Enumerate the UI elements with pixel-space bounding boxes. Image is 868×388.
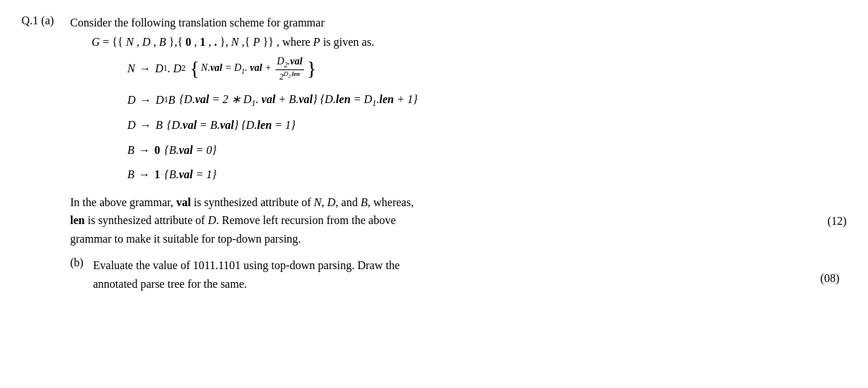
part-b-label: (b) [70,256,93,269]
big-brace-open: { [190,59,199,79]
part-a-row: Q.1 (a) Consider the following translati… [21,14,847,251]
brace-close3: ,{ [242,36,250,48]
prod-d1: D → D1 B {D.val = 2 ∗ D1. val + B.val} {… [127,89,827,112]
b1-action: {B.val = 1} [165,164,217,185]
arrow3: → [140,115,152,136]
d-lhs1: D [127,89,136,111]
is-given: is given as. [323,36,374,48]
prod-n-lhs: N [127,58,135,79]
d1b-rhs: D [156,89,165,111]
ndesc-d2: D [208,214,216,226]
grammar-def-line: G = {{ N , D , B },{ 0 , 1 , . }, [92,36,827,49]
p-sym: P [253,36,260,48]
part-b-para: Evaluate the value of 1011.1101 using to… [93,256,737,293]
d-lhs2: D [127,115,136,136]
d1-action1: {D.val = 2 ∗ D1. val + B.val} [180,89,318,112]
n-sym: N [126,36,134,48]
arrow4: → [139,140,150,161]
b-lhs1: B [127,140,135,161]
one-terminal: 1 [155,164,160,185]
part-b-row: (b) Evaluate the value of 1011.1101 usin… [21,256,847,293]
n-val: N [201,62,208,73]
sub-2a: 2 [182,61,186,77]
prod-n: N → D1 . D2 { N.val = D1. val + [127,54,827,83]
ndesc-n: N [314,196,322,208]
grammar-def-text: G [92,36,100,48]
zero-terminal: 0 [155,140,160,161]
prod-d2: D → B {D.val = B.val} {D.len = 1} [127,115,827,136]
denominator: 2D2.len [278,70,302,82]
zero-sym: 0 [185,36,191,48]
brace-line1: N.val = D1. val + D2.val [201,56,306,82]
p-sym2: P [313,36,321,48]
intro-line1: Consider the following translation schem… [70,16,324,29]
brace-close2: }, [220,36,228,48]
description-block: In the above grammar, val is synthesized… [70,193,714,248]
n-val-bold: val [210,62,223,73]
question-label: Q.1 (a) [21,14,64,27]
d-sym: D [142,36,151,48]
brace-inner: N.val = D1. val + D2.val [201,54,306,83]
eq1: = [225,62,234,73]
val-keyword: val [176,196,190,208]
b-rhs1: B [168,89,175,111]
prod-n-dot: . D [167,58,182,79]
prod-b0: B → 0 {B.val = 0} [127,140,827,161]
numerator: D2.val [275,56,304,70]
desc-para: In the above grammar, val is synthesized… [70,193,714,248]
d2-action1: {D.val = B.val} [167,115,238,136]
dot-sym: . [214,36,217,48]
fraction: D2.val 2D2.len [275,56,304,82]
prod-b1: B → 1 {B.val = 1} [127,164,827,185]
b0-action: {B.val = 0} [165,140,217,161]
prod-n-rhs: D [155,58,164,79]
arrow2: → [140,89,152,111]
equals: = {{ [103,36,123,48]
grammar-intro: Consider the following translation schem… [70,14,827,31]
comma1: , [137,36,140,48]
arrow5: → [139,164,150,185]
sub-1b: 1 [241,67,245,75]
d1-val: D [234,62,241,73]
len-keyword: len [70,214,84,226]
one-sym: 1 [200,36,205,48]
comma-p: , where [277,36,313,48]
question-block: Q.1 (a) Consider the following translati… [21,14,847,293]
arrow1: → [140,58,151,79]
comma2: , [153,36,156,48]
b-lhs2: B [127,164,135,185]
d1-val-bold: val [248,62,263,73]
productions-block: N → D1 . D2 { N.val = D1. val + [127,54,827,186]
ndesc-b: B [361,196,368,208]
b-rhs2: B [156,115,163,136]
d1-action2: {D.len = D1.len + 1} [320,89,417,112]
brace-close1: },{ [169,36,182,48]
marks-a: (12) [827,14,847,228]
brace-close4: }} [263,36,273,48]
ndesc-d: D [327,196,336,208]
part-b-text: Evaluate the value of 1011.1101 using to… [93,256,820,293]
big-brace-close: } [307,59,316,79]
part-a-body: Consider the following translation schem… [70,14,827,251]
plus: + [265,62,274,73]
marks-b: (08) [820,256,847,285]
part-a-content: Q.1 (a) Consider the following translati… [21,14,827,251]
n-sym2: N [231,36,239,48]
b-sym: B [159,36,166,48]
d2-action2: {D.len = 1} [241,115,296,136]
